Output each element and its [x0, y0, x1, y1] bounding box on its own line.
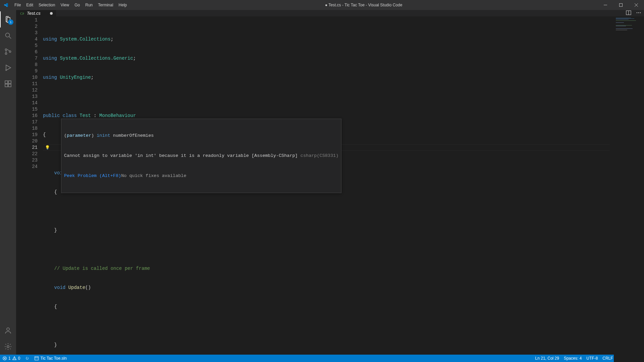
- svg-point-6: [5, 49, 7, 51]
- tab-test-cs[interactable]: C# Test.cs: [16, 10, 56, 16]
- menu-terminal[interactable]: Terminal: [95, 0, 116, 10]
- svg-point-9: [5, 69, 7, 71]
- svg-line-5: [9, 37, 11, 39]
- hover-error-message: Cannot assign to variable 'in int' becau…: [61, 153, 341, 159]
- window-controls: [598, 0, 644, 10]
- hover-signature: (parameter) in int numberOfEnemies: [61, 132, 341, 139]
- minimize-button[interactable]: [598, 0, 613, 10]
- svg-rect-11: [5, 84, 8, 87]
- tab-filename: Test.cs: [27, 11, 41, 16]
- svg-rect-10: [5, 81, 8, 83]
- title-bar: File Edit Selection View Go Run Terminal…: [0, 0, 644, 10]
- menu-go[interactable]: Go: [72, 0, 83, 10]
- activity-accounts-icon[interactable]: [0, 322, 16, 339]
- no-quick-fixes-label: No quick fixes available: [121, 173, 186, 179]
- menu-bar: File Edit Selection View Go Run Terminal…: [0, 0, 129, 10]
- vscode-logo-icon: [0, 2, 12, 8]
- window-title: ● Test.cs - Tic Tac Toe - Visual Studio …: [129, 3, 598, 7]
- svg-point-15: [7, 346, 9, 348]
- svg-rect-13: [8, 81, 11, 83]
- menu-run[interactable]: Run: [83, 0, 95, 10]
- activity-extensions-icon[interactable]: [0, 76, 16, 92]
- more-actions-icon[interactable]: [636, 10, 641, 16]
- tab-bar: C# Test.cs: [16, 10, 644, 16]
- activity-settings-icon[interactable]: [0, 339, 16, 355]
- svg-point-7: [5, 53, 7, 55]
- svg-point-14: [7, 328, 9, 330]
- editor-area: C# Test.cs 1 2 3 4 5 6 7 8 9 10: [16, 10, 644, 355]
- svg-rect-12: [8, 84, 11, 87]
- editor-body[interactable]: 1 2 3 4 5 6 7 8 9 10 11 12 13 14 15 16 1…: [16, 16, 644, 362]
- svg-point-19: [637, 12, 638, 13]
- hover-actions: Peek Problem (Alt+F8) No quick fixes ava…: [61, 173, 341, 179]
- csharp-file-icon: C#: [19, 11, 25, 16]
- code-content[interactable]: using System.Collections; using System.C…: [43, 16, 614, 362]
- maximize-button[interactable]: [613, 0, 629, 10]
- activity-bar: 1: [0, 10, 16, 355]
- svg-rect-1: [620, 4, 623, 7]
- activity-source-control-icon[interactable]: [0, 44, 16, 60]
- menu-file[interactable]: File: [12, 0, 23, 10]
- activity-search-icon[interactable]: [0, 27, 16, 44]
- editor-actions: [623, 10, 644, 16]
- close-button[interactable]: [629, 0, 644, 10]
- explorer-badge: 1: [8, 19, 13, 25]
- menu-selection[interactable]: Selection: [36, 0, 58, 10]
- svg-text:C#: C#: [20, 12, 24, 15]
- main-area: 1 C# Test.cs: [0, 10, 644, 355]
- line-number-gutter: 1 2 3 4 5 6 7 8 9 10 11 12 13 14 15 16 1…: [16, 16, 43, 362]
- hover-tooltip: (parameter) in int numberOfEnemies Canno…: [61, 119, 341, 193]
- menu-help[interactable]: Help: [116, 0, 130, 10]
- svg-point-21: [640, 12, 641, 13]
- tab-dirty-indicator-icon: [50, 12, 53, 15]
- minimap[interactable]: [614, 16, 644, 362]
- activity-explorer-icon[interactable]: 1: [0, 11, 16, 27]
- svg-point-4: [6, 33, 10, 37]
- status-error-count: 1: [8, 356, 11, 361]
- menu-view[interactable]: View: [58, 0, 72, 10]
- split-editor-icon[interactable]: [626, 10, 631, 16]
- peek-problem-link[interactable]: Peek Problem (Alt+F8): [64, 173, 121, 179]
- svg-point-8: [9, 51, 11, 53]
- svg-point-20: [638, 12, 639, 13]
- activity-run-debug-icon[interactable]: [0, 60, 16, 76]
- menu-edit[interactable]: Edit: [23, 0, 36, 10]
